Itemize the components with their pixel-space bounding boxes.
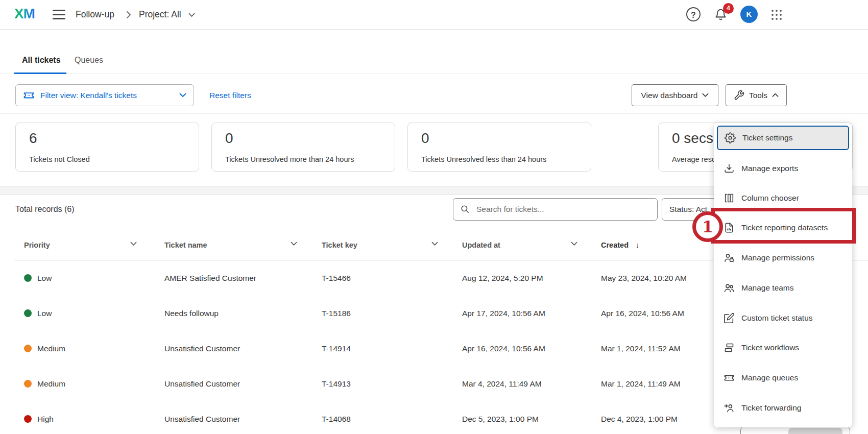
user-avatar[interactable]: K — [740, 6, 758, 23]
chevron-down-icon — [291, 242, 297, 246]
menu-item-label: Ticket reporting datasets — [741, 223, 828, 232]
column-header-created[interactable]: Created ↓ — [601, 235, 683, 255]
menu-item-ticket-workflows[interactable]: Ticket workflows — [717, 335, 849, 360]
tools-dropdown-menu: Ticket settings Manage exports Column ch… — [714, 123, 852, 427]
column-label: Updated at — [462, 241, 500, 249]
tools-label: Tools — [749, 91, 767, 100]
menu-item-manage-teams[interactable]: Manage teams — [717, 276, 849, 300]
filter-view-select[interactable]: Filter view: Kendall's tickets — [15, 84, 194, 106]
stat-value: 0 — [421, 130, 429, 147]
search-icon — [460, 204, 470, 214]
sort-descending-arrow-icon: ↓ — [636, 241, 639, 249]
menu-item-label: Column chooser — [741, 194, 799, 203]
arrow-person-icon — [724, 402, 735, 414]
wrench-icon — [734, 90, 744, 101]
stacked-blocks-icon — [724, 342, 735, 353]
column-header-updated-at[interactable]: Updated at — [462, 235, 578, 255]
file-chart-icon — [724, 222, 735, 233]
menu-item-label: Ticket workflows — [741, 343, 799, 352]
users-icon — [724, 282, 735, 294]
app-window: XM Follow-up Project: All ? 4 K — [0, 0, 868, 434]
ticket-search[interactable] — [453, 198, 658, 221]
cell-ticket-key: T-14914 — [322, 331, 351, 366]
cell-ticket-name: AMER Satisfied Customer — [164, 260, 256, 296]
ticket-icon — [724, 372, 735, 383]
cell-ticket-name: Unsatisfied Customer — [164, 401, 240, 434]
menu-item-manage-exports[interactable]: Manage exports — [717, 156, 849, 181]
cell-ticket-name: Unsatisfied Customer — [164, 366, 240, 401]
tab-queues[interactable]: Queues — [75, 49, 103, 71]
cell-updated-at: Apr 16, 2024, 10:56 AM — [462, 331, 545, 366]
reset-filters-link[interactable]: Reset filters — [209, 84, 251, 106]
stat-label: Average reso — [672, 155, 716, 163]
cell-priority: Low — [37, 296, 52, 331]
chevron-up-icon — [772, 93, 779, 98]
chevron-down-icon — [702, 93, 709, 98]
menu-item-label: Ticket forwarding — [741, 403, 801, 413]
total-records-label: Total records (6) — [15, 203, 75, 215]
columns-icon — [724, 192, 735, 204]
menu-item-manage-permissions[interactable]: Manage permissions — [717, 246, 849, 270]
menu-item-label: Manage exports — [741, 164, 798, 173]
cell-updated-at: Dec 5, 2023, 1:00 PM — [462, 401, 539, 434]
ticket-icon — [23, 89, 35, 101]
column-header-ticket-key[interactable]: Ticket key — [322, 235, 439, 255]
cell-created: Dec 4, 2023, 1:00 PM — [601, 401, 678, 434]
menu-item-label: Manage queues — [741, 373, 798, 382]
section-divider — [0, 113, 868, 114]
menu-item-label: Ticket settings — [742, 133, 793, 142]
stat-value: 0 — [225, 130, 233, 147]
menu-item-ticket-forwarding[interactable]: Ticket forwarding — [717, 396, 849, 420]
breadcrumb-app-name[interactable]: Follow-up — [76, 0, 114, 29]
priority-dot — [24, 345, 32, 352]
chevron-down-icon — [188, 13, 195, 17]
menu-item-custom-ticket-status[interactable]: Custom ticket status — [717, 306, 849, 330]
breadcrumb-chevron-icon — [126, 11, 131, 19]
stat-value: 0 secs — [672, 130, 713, 147]
priority-dot — [24, 274, 32, 282]
menu-item-ticket-settings[interactable]: Ticket settings — [717, 126, 849, 150]
stat-card-unresolved-less-24h: 0 Tickets Unresolved less than 24 hours — [407, 123, 591, 172]
view-dashboard-button[interactable]: View dashboard — [632, 84, 718, 106]
tab-all-tickets[interactable]: All tickets — [22, 49, 61, 71]
cell-priority: Medium — [37, 331, 65, 366]
stat-value: 6 — [29, 130, 37, 147]
menu-item-label: Custom ticket status — [741, 314, 813, 323]
cell-created: Mar 1, 2024, 11:52 AM — [601, 331, 681, 366]
edit-square-icon — [724, 312, 735, 324]
cell-ticket-key: T-15186 — [322, 296, 351, 331]
help-icon[interactable]: ? — [686, 7, 701, 21]
priority-dot — [24, 415, 32, 423]
cell-updated-at: Mar 4, 2024, 11:49 AM — [462, 366, 542, 401]
column-header-priority[interactable]: Priority — [24, 235, 138, 255]
cell-ticket-key: T-15466 — [322, 260, 351, 296]
menu-item-column-chooser[interactable]: Column chooser — [717, 186, 849, 210]
cell-ticket-name: Needs followup — [164, 296, 219, 331]
cell-priority: High — [37, 401, 54, 434]
xm-logo: XM — [14, 6, 35, 22]
top-navigation-bar: XM Follow-up Project: All ? 4 K — [0, 0, 868, 30]
search-input[interactable] — [475, 204, 650, 214]
menu-item-label: Manage permissions — [741, 253, 814, 262]
stat-label: Tickets Unresolved more than 24 hours — [225, 155, 354, 163]
scrollbar-thumb[interactable] — [788, 428, 842, 434]
cell-updated-at: Apr 17, 2024, 10:56 AM — [462, 296, 545, 331]
cell-created: Mar 1, 2024, 11:49 AM — [601, 366, 681, 401]
filter-view-label: Filter view: Kendall's tickets — [40, 91, 179, 100]
chevron-down-icon — [130, 242, 137, 246]
column-label: Ticket name — [164, 241, 207, 249]
column-header-ticket-name[interactable]: Ticket name — [164, 235, 298, 255]
hamburger-menu-icon[interactable] — [53, 10, 65, 19]
menu-item-ticket-reporting-datasets[interactable]: Ticket reporting datasets — [717, 215, 849, 240]
tools-button[interactable]: Tools — [726, 84, 787, 106]
project-selector-label: Project: All — [139, 9, 181, 19]
chevron-down-icon — [179, 93, 186, 98]
priority-dot — [24, 309, 32, 317]
apps-grid-icon[interactable] — [770, 8, 783, 21]
project-selector[interactable]: Project: All — [139, 0, 195, 29]
cell-updated-at: Aug 12, 2024, 5:20 PM — [462, 260, 543, 296]
menu-item-manage-queues[interactable]: Manage queues — [717, 366, 849, 390]
cell-priority: Low — [37, 260, 52, 296]
column-label: Priority — [24, 241, 50, 249]
stat-label: Tickets not Closed — [29, 155, 90, 163]
